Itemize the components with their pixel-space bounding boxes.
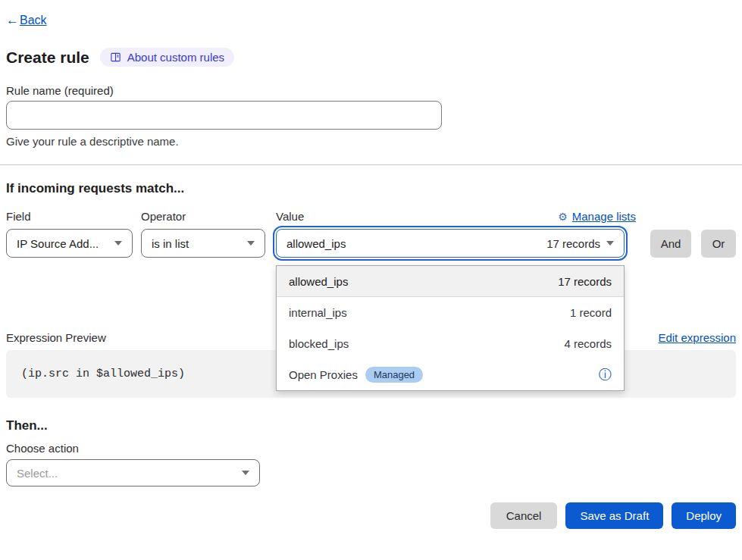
chevron-down-icon xyxy=(114,241,122,246)
edit-expression-link[interactable]: Edit expression xyxy=(658,331,736,344)
section-divider xyxy=(0,164,742,165)
field-select[interactable]: IP Source Add... xyxy=(6,229,133,258)
action-select-placeholder: Select... xyxy=(17,467,58,480)
value-select-count: 17 records xyxy=(546,237,600,250)
managed-badge: Managed xyxy=(365,367,423,383)
book-icon xyxy=(110,52,121,63)
choose-action-label: Choose action xyxy=(6,442,736,455)
value-select-name: allowed_ips xyxy=(286,237,346,250)
value-dropdown-panel: allowed_ips 17 records internal_ips 1 re… xyxy=(276,265,625,391)
gear-icon: ⚙ xyxy=(558,211,568,223)
rule-name-label: Rule name (required) xyxy=(6,84,736,97)
dropdown-item-blocked-ips[interactable]: blocked_ips 4 records xyxy=(277,328,624,359)
list-name: internal_ips xyxy=(289,306,347,319)
save-as-draft-button[interactable]: Save as Draft xyxy=(565,502,663,529)
back-arrow-icon: ← xyxy=(6,13,19,28)
dropdown-item-open-proxies[interactable]: Open Proxies Managed ⓘ xyxy=(277,359,624,390)
value-label: Value xyxy=(276,210,304,223)
page-title: Create rule xyxy=(6,48,89,67)
list-record-count: 1 record xyxy=(570,306,612,319)
back-link[interactable]: ←Back xyxy=(6,13,47,28)
manage-lists-link[interactable]: ⚙ Manage lists xyxy=(558,210,636,223)
chevron-down-icon xyxy=(242,471,249,475)
operator-label: Operator xyxy=(141,210,265,223)
list-name: Open Proxies xyxy=(289,368,358,381)
action-select[interactable]: Select... xyxy=(6,459,260,486)
info-icon[interactable]: ⓘ xyxy=(599,368,612,381)
list-record-count: 4 records xyxy=(564,337,612,350)
list-name: allowed_ips xyxy=(289,275,348,288)
rule-name-input[interactable] xyxy=(6,101,442,130)
field-select-value: IP Source Add... xyxy=(17,237,99,250)
field-label: Field xyxy=(6,210,133,223)
about-badge-label: About custom rules xyxy=(127,51,224,64)
about-custom-rules-link[interactable]: About custom rules xyxy=(100,48,234,67)
dropdown-item-allowed-ips[interactable]: allowed_ips 17 records xyxy=(277,266,624,297)
expression-code: (ip.src in $allowed_ips) xyxy=(21,368,185,380)
operator-select-value: is in list xyxy=(152,237,189,250)
or-button[interactable]: Or xyxy=(701,230,736,258)
rule-name-helper: Give your rule a descriptive name. xyxy=(6,135,736,148)
match-section-heading: If incoming requests match... xyxy=(6,181,736,196)
dropdown-item-internal-ips[interactable]: internal_ips 1 record xyxy=(277,297,624,328)
create-rule-page: ←Back Create rule About custom rules Rul… xyxy=(0,13,742,529)
chevron-down-icon xyxy=(247,241,255,246)
deploy-button[interactable]: Deploy xyxy=(672,502,736,529)
expression-preview-label: Expression Preview xyxy=(6,331,106,344)
cancel-button[interactable]: Cancel xyxy=(490,502,558,529)
list-record-count: 17 records xyxy=(558,275,612,288)
value-select[interactable]: allowed_ips 17 records xyxy=(276,229,625,258)
and-button[interactable]: And xyxy=(650,230,691,258)
chevron-down-icon xyxy=(606,241,614,246)
list-name: blocked_ips xyxy=(289,337,349,350)
operator-select[interactable]: is in list xyxy=(141,229,265,258)
then-section-heading: Then... xyxy=(6,418,736,433)
